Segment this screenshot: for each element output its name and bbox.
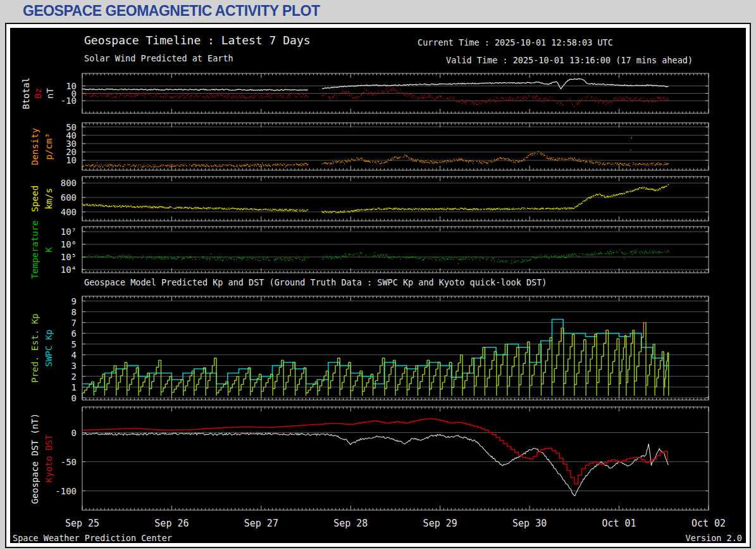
svg-text:-50: -50 [61, 457, 77, 467]
svg-text:5: 5 [71, 339, 77, 349]
footer-version-text: Version 2.0 [686, 533, 742, 543]
svg-text:10⁴: 10⁴ [61, 265, 77, 275]
svg-text:Oct 02: Oct 02 [691, 518, 726, 529]
svg-text:nT: nT [45, 88, 55, 99]
svg-text:-10: -10 [61, 96, 77, 106]
svg-text:Bz: Bz [33, 88, 43, 99]
svg-text:Oct 01: Oct 01 [602, 518, 636, 529]
svg-text:Sep 29: Sep 29 [423, 518, 457, 529]
svg-text:7: 7 [71, 318, 77, 328]
svg-text:Sep 30: Sep 30 [512, 518, 547, 529]
svg-text:2: 2 [71, 372, 77, 382]
svg-text:3: 3 [71, 361, 77, 371]
footer-source-text: Space Weather Prediction Center [13, 533, 172, 543]
svg-text:400: 400 [61, 207, 77, 217]
svg-text:9: 9 [71, 296, 77, 306]
svg-text:0: 0 [71, 428, 77, 438]
svg-text:Kyoto DST: Kyoto DST [44, 434, 54, 482]
svg-text:10⁵: 10⁵ [61, 252, 77, 262]
page-header: GEOSPACE GEOMAGNETIC ACTIVITY PLOT [0, 0, 756, 22]
svg-text:Btotal: Btotal [21, 77, 31, 109]
svg-text:km/s: km/s [44, 188, 54, 209]
valid-time-text: Valid Time : 2025-10-01 13:16:00 (17 min… [446, 55, 693, 65]
svg-text:600: 600 [61, 192, 77, 203]
kp-dst-section-title: Geospace Model Predicted Kp and DST (Gro… [84, 277, 547, 287]
svg-text:10: 10 [66, 155, 77, 165]
svg-text:Pred. Est. Kp: Pred. Est. Kp [30, 313, 40, 383]
svg-text:0: 0 [71, 393, 77, 403]
plot-frame: 100-10BtotalBznT5040302010Densityp/cm³80… [5, 23, 751, 548]
svg-text:Density: Density [30, 128, 40, 165]
current-time-text: Current Time : 2025-10-01 12:58:03 UTC [418, 37, 613, 47]
svg-text:Sep 26: Sep 26 [154, 518, 189, 529]
geospace-plot-image: 100-10BtotalBznT5040302010Densityp/cm³80… [10, 28, 746, 543]
svg-text:p/cm³: p/cm³ [44, 133, 54, 159]
svg-text:-100: -100 [55, 486, 77, 496]
svg-text:SWPC Kp: SWPC Kp [44, 329, 54, 366]
svg-text:800: 800 [61, 178, 77, 188]
svg-text:Sep 27: Sep 27 [244, 518, 278, 529]
svg-text:1: 1 [71, 382, 77, 392]
svg-text:6: 6 [71, 328, 77, 339]
plot-title: Geospace Timeline : Latest 7 Days [84, 34, 311, 47]
svg-text:K: K [44, 247, 54, 253]
plot-subtitle: Solar Wind Predicted at Earth [84, 53, 233, 63]
svg-text:Sep 25: Sep 25 [65, 518, 99, 529]
svg-text:10⁶: 10⁶ [61, 239, 77, 249]
svg-text:Geospace DST (nT): Geospace DST (nT) [30, 413, 40, 504]
svg-text:8: 8 [71, 307, 77, 317]
svg-text:10⁷: 10⁷ [61, 227, 77, 237]
svg-text:4: 4 [71, 350, 77, 360]
svg-text:Temperature: Temperature [30, 220, 40, 279]
page-title: GEOSPACE GEOMAGNETIC ACTIVITY PLOT [0, 3, 319, 20]
page: { "page": { "header_title": "GEOSPACE GE… [0, 0, 756, 550]
svg-text:Speed: Speed [30, 185, 40, 212]
svg-text:Sep 28: Sep 28 [333, 518, 368, 529]
